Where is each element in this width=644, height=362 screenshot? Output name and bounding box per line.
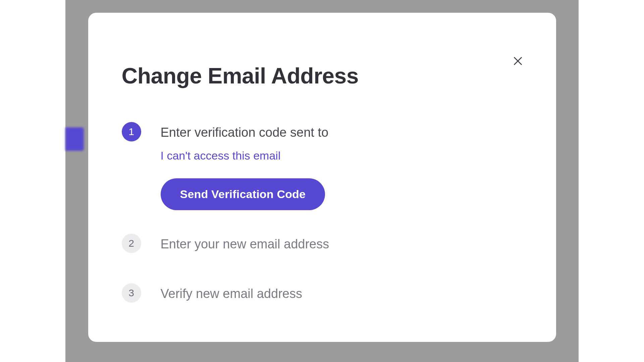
send-verification-code-button[interactable]: Send Verification Code [161, 178, 325, 210]
step-2-content: Enter your new email address [161, 234, 523, 253]
step-3-content: Verify new email address [161, 283, 523, 302]
step-2: 2 Enter your new email address [122, 234, 523, 253]
step-3-title: Verify new email address [161, 285, 523, 302]
step-3: 3 Verify new email address [122, 283, 523, 303]
step-3-badge: 3 [122, 283, 141, 303]
cant-access-email-link[interactable]: I can't access this email [161, 149, 523, 162]
background-sidebar-active-item [65, 127, 84, 151]
step-1: 1 Enter verification code sent to I can'… [122, 122, 523, 210]
background-sidebar-hint [65, 0, 86, 362]
step-2-badge: 2 [122, 234, 141, 253]
modal-title: Change Email Address [122, 63, 523, 88]
close-icon [512, 55, 524, 67]
change-email-modal: Change Email Address 1 Enter verificatio… [88, 13, 556, 342]
viewport: Change Email Address 1 Enter verificatio… [0, 0, 644, 362]
step-1-title: Enter verification code sent to [161, 124, 523, 141]
step-1-badge: 1 [122, 122, 141, 141]
step-2-title: Enter your new email address [161, 236, 523, 253]
step-1-content: Enter verification code sent to I can't … [161, 122, 523, 210]
modal-backdrop: Change Email Address 1 Enter verificatio… [65, 0, 579, 362]
close-button[interactable] [510, 53, 526, 69]
